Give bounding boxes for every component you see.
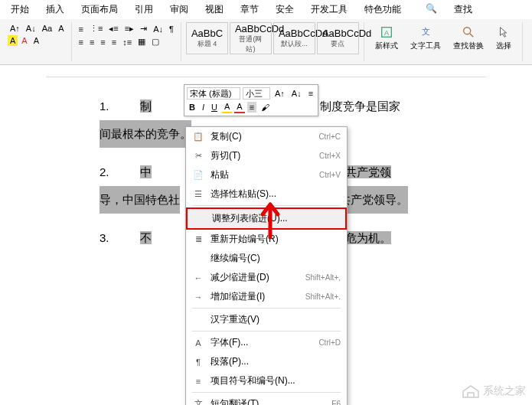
align-justify-icon[interactable]: ≡ — [109, 37, 119, 47]
menu-item-icon: ✂ — [192, 150, 204, 162]
font-size-input[interactable] — [243, 87, 270, 100]
menu-item[interactable]: 📋复制(C)Ctrl+C — [186, 127, 347, 146]
font-family-input[interactable] — [187, 87, 240, 100]
tab-devtools[interactable]: 开发工具 — [303, 2, 355, 18]
tab-features[interactable]: 特色功能 — [357, 2, 409, 18]
tab-chapter[interactable]: 章节 — [233, 2, 266, 18]
menu-item-icon: ≡ — [192, 375, 204, 387]
menu-item-shortcut: Ctrl+D — [318, 338, 341, 347]
menu-item[interactable]: ☰选择性粘贴(S)... — [186, 185, 347, 204]
menu-item-label: 粘贴 — [211, 168, 319, 181]
menu-item[interactable]: ✂剪切(T)Ctrl+X — [186, 146, 347, 165]
format-painter-icon[interactable]: 🖌 — [259, 102, 272, 113]
mini-toolbar: A↑ A↓ ≡ B I U A A ≡ 🖌 — [184, 84, 318, 116]
tab-start[interactable]: 开始 — [3, 2, 37, 18]
char-border-icon[interactable]: A — [31, 35, 41, 46]
select-button[interactable]: 选择 — [490, 22, 517, 61]
borders-icon[interactable]: ▢ — [149, 36, 162, 47]
menu-item[interactable]: 调整列表缩进(U)... — [186, 207, 347, 230]
indent-dec-icon[interactable]: ◂≡ — [106, 23, 120, 34]
menu-item-icon — [194, 213, 206, 225]
pilcrow-icon[interactable]: ¶ — [167, 24, 176, 34]
line-spacing-icon[interactable]: ↕≡ — [120, 37, 134, 47]
menu-item-label: 项目符号和编号(N)... — [211, 374, 341, 387]
search-label[interactable]: 查找 — [446, 2, 480, 18]
tab-reference[interactable]: 引用 — [127, 2, 161, 18]
watermark: 系统之家 — [462, 384, 526, 399]
font-size-down-icon[interactable]: A↓ — [24, 23, 38, 34]
menu-item-label: 继续编号(C) — [211, 252, 341, 265]
font-grow-icon[interactable]: A↑ — [273, 88, 287, 99]
italic-icon[interactable]: I — [200, 102, 207, 113]
menu-item-shortcut: F6 — [331, 400, 341, 405]
align-right-icon[interactable]: ≡ — [98, 37, 107, 47]
menu-item-shortcut: Shift+Alt+. — [305, 292, 341, 301]
selected-text: 中 — [140, 165, 152, 178]
font-color-icon[interactable]: A — [19, 35, 29, 46]
menu-item-label: 重新开始编号(R) — [211, 233, 341, 246]
style-heading4[interactable]: AaBbC标题 4 — [186, 22, 228, 54]
underline-icon[interactable]: U — [209, 102, 220, 113]
list-number: 3. — [100, 224, 109, 252]
list-icon[interactable]: ≡ — [306, 88, 315, 99]
menu-item-icon: ≣ — [192, 234, 204, 246]
align-mini-icon[interactable]: ≡ — [247, 102, 256, 113]
style-normal-web[interactable]: AaBbCcDd普通(网站) — [230, 22, 272, 54]
align-left-icon[interactable]: ≡ — [77, 37, 86, 47]
menu-item-icon: → — [192, 291, 204, 303]
menu-item-icon — [192, 253, 204, 265]
menu-item[interactable]: 汉字重选(V) — [186, 310, 347, 329]
main-toolbar: A↑ A↓ Aa A A A A ≡ ⋮≡ ◂≡ ≡▸ ⇥ A↓ ¶ ≡ ≡ ≡… — [0, 19, 532, 65]
menu-item[interactable]: A字体(F)...Ctrl+D — [186, 333, 347, 352]
highlight-icon[interactable]: A — [8, 35, 18, 46]
clear-format-icon[interactable]: Aa — [40, 23, 54, 34]
style-default-para[interactable]: AaBbCcDd默认段... — [273, 22, 315, 54]
new-style-button[interactable]: A新样式 — [369, 22, 404, 61]
indent-inc-icon[interactable]: ≡▸ — [122, 23, 136, 34]
find-replace-button[interactable]: 查找替换 — [447, 22, 490, 61]
style-keypoint[interactable]: AaBbCcDd要点 — [317, 22, 359, 54]
watermark-logo-icon — [462, 384, 480, 399]
shading-icon[interactable]: ▦ — [135, 36, 148, 47]
selected-text: 间最根本的竞争。 — [100, 120, 191, 148]
context-menu: 📋复制(C)Ctrl+C✂剪切(T)Ctrl+X📄粘贴Ctrl+V☰选择性粘贴(… — [185, 126, 348, 405]
menu-item-icon: 📋 — [192, 131, 204, 143]
text-tools-button[interactable]: 文文字工具 — [404, 22, 447, 61]
font-color-mini-icon[interactable]: A — [234, 101, 244, 113]
font-size-up-icon[interactable]: A↑ — [8, 23, 22, 34]
highlight-mini-icon[interactable]: A — [222, 101, 232, 113]
menu-item[interactable]: ←减少缩进量(D)Shift+Alt+, — [186, 268, 347, 287]
menu-item[interactable]: ≣重新开始编号(R) — [186, 230, 347, 249]
menu-item-shortcut: Ctrl+X — [319, 152, 341, 160]
case-icon[interactable]: A — [56, 23, 66, 34]
selected-text: 不 — [140, 231, 152, 244]
svg-line-4 — [470, 34, 474, 38]
menu-item[interactable]: ¶段落(P)... — [186, 352, 347, 371]
horizontal-ruler[interactable] — [46, 65, 486, 77]
svg-text:A: A — [384, 29, 389, 37]
menu-item-label: 选择性粘贴(S)... — [211, 188, 341, 201]
list-bullet-icon[interactable]: ≡ — [77, 24, 86, 34]
tab-security[interactable]: 安全 — [268, 2, 302, 18]
menu-item-label: 剪切(T) — [211, 149, 319, 162]
align-center-icon[interactable]: ≡ — [87, 37, 96, 47]
tab-review[interactable]: 审阅 — [162, 2, 196, 18]
menu-item[interactable]: 📄粘贴Ctrl+V — [186, 165, 347, 185]
menu-item[interactable]: 文短句翻译(T)F6 — [186, 394, 347, 405]
tab-layout[interactable]: 页面布局 — [73, 2, 126, 18]
menu-item-label: 减少缩进量(D) — [211, 271, 305, 284]
menu-item-label: 复制(C) — [211, 130, 318, 143]
menu-item[interactable]: ≡项目符号和编号(N)... — [186, 371, 347, 390]
sort-icon[interactable]: A↓ — [151, 24, 165, 34]
tab-insert[interactable]: 插入 — [38, 2, 72, 18]
font-shrink-icon[interactable]: A↓ — [289, 88, 304, 99]
list-number-icon[interactable]: ⋮≡ — [87, 23, 105, 34]
menu-item-label: 短句翻译(T) — [211, 397, 331, 405]
menu-item-shortcut: Ctrl+C — [318, 132, 341, 141]
menu-item[interactable]: →增加缩进量(I)Shift+Alt+. — [186, 287, 347, 306]
menu-item-icon: ¶ — [192, 356, 204, 368]
tab-view[interactable]: 视图 — [197, 2, 231, 18]
menu-item[interactable]: 继续编号(C) — [186, 249, 347, 268]
tab-align-icon[interactable]: ⇥ — [138, 23, 149, 34]
bold-icon[interactable]: B — [187, 102, 197, 113]
